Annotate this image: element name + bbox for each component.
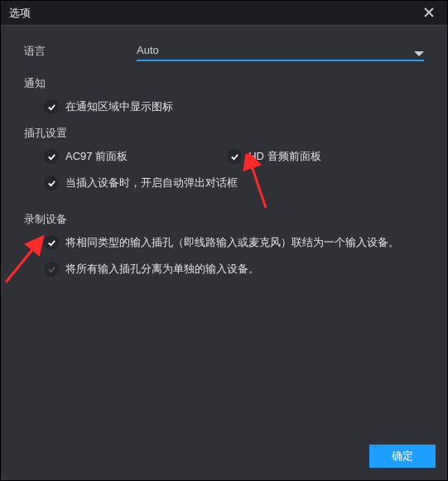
- language-value: Auto: [137, 41, 424, 61]
- section-jack-title: 插孔设置: [24, 126, 424, 141]
- language-label: 语言: [24, 44, 46, 59]
- section-record-title: 录制设备: [24, 212, 424, 227]
- close-button[interactable]: [419, 3, 439, 23]
- checkbox-auto-popup[interactable]: [44, 176, 59, 190]
- label-auto-popup: 当插入设备时，开启自动弹出对话框: [65, 176, 238, 190]
- label-ac97: AC97 前面板: [65, 149, 128, 164]
- window-title: 选项: [9, 6, 31, 21]
- label-split-inputs: 将所有输入插孔分离为单独的输入设备。: [65, 262, 259, 277]
- checkbox-merge-inputs[interactable]: [44, 235, 59, 250]
- checkbox-hd-audio[interactable]: [227, 149, 242, 164]
- close-icon: [424, 6, 434, 21]
- checkbox-show-tray-icon[interactable]: [44, 99, 59, 114]
- section-notify-title: 通知: [24, 76, 424, 91]
- label-show-tray-icon: 在通知区域中显示图标: [65, 99, 173, 114]
- label-merge-inputs: 将相同类型的输入插孔（即线路输入或麦克风）联结为一个输入设备。: [65, 235, 399, 250]
- label-hd-audio: HD 音频前面板: [248, 149, 320, 164]
- titlebar: 选项: [1, 1, 447, 26]
- checkbox-split-inputs[interactable]: [44, 262, 59, 277]
- language-select[interactable]: Auto: [137, 41, 424, 61]
- checkbox-ac97[interactable]: [44, 149, 59, 164]
- chevron-down-icon: [414, 51, 424, 56]
- ok-button[interactable]: 确定: [369, 445, 436, 468]
